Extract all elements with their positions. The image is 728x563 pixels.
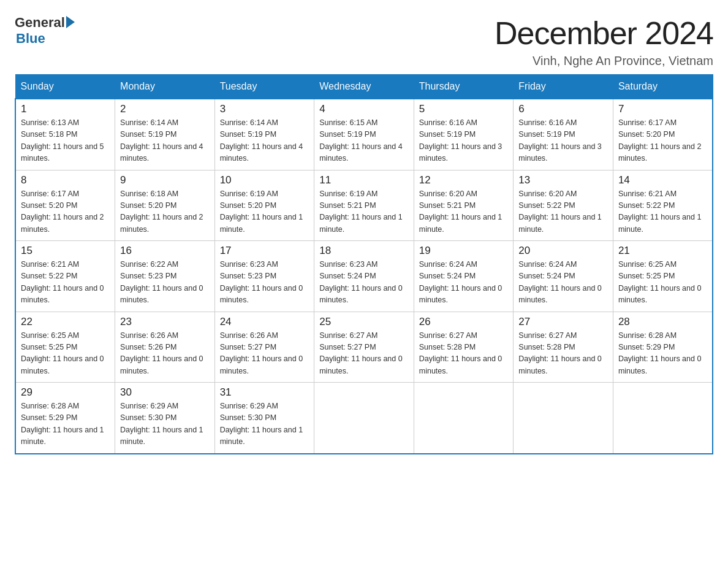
day-number: 8 [21, 174, 110, 186]
day-info: Sunrise: 6:23 AMSunset: 5:23 PMDaylight:… [220, 259, 309, 307]
day-number: 19 [419, 245, 509, 257]
calendar-day-cell: 4Sunrise: 6:15 AMSunset: 5:19 PMDaylight… [314, 99, 414, 170]
day-info: Sunrise: 6:28 AMSunset: 5:29 PMDaylight:… [21, 400, 110, 448]
day-info: Sunrise: 6:24 AMSunset: 5:24 PMDaylight:… [518, 259, 608, 307]
day-number: 7 [618, 103, 707, 115]
day-info: Sunrise: 6:13 AMSunset: 5:18 PMDaylight:… [21, 117, 110, 165]
calendar-day-cell: 30Sunrise: 6:29 AMSunset: 5:30 PMDayligh… [115, 383, 215, 454]
day-info: Sunrise: 6:29 AMSunset: 5:30 PMDaylight:… [120, 400, 210, 448]
weekday-header-sunday: Sunday [15, 75, 115, 99]
calendar-day-cell: 3Sunrise: 6:14 AMSunset: 5:19 PMDaylight… [214, 99, 314, 170]
day-info: Sunrise: 6:19 AMSunset: 5:20 PMDaylight:… [220, 188, 309, 236]
calendar-day-cell: 20Sunrise: 6:24 AMSunset: 5:24 PMDayligh… [514, 241, 613, 312]
day-info: Sunrise: 6:20 AMSunset: 5:22 PMDaylight:… [518, 188, 608, 236]
day-info: Sunrise: 6:21 AMSunset: 5:22 PMDaylight:… [21, 259, 110, 307]
day-number: 3 [220, 103, 309, 115]
calendar-day-cell: 5Sunrise: 6:16 AMSunset: 5:19 PMDaylight… [414, 99, 514, 170]
calendar-day-cell: 28Sunrise: 6:28 AMSunset: 5:29 PMDayligh… [613, 312, 713, 383]
title-block: December 2024 Vinh, Nghe An Province, Vi… [495, 15, 713, 68]
day-number: 21 [618, 245, 707, 257]
weekday-header-thursday: Thursday [414, 75, 514, 99]
calendar-day-cell: 29Sunrise: 6:28 AMSunset: 5:29 PMDayligh… [15, 383, 115, 454]
calendar-week-row: 8Sunrise: 6:17 AMSunset: 5:20 PMDaylight… [15, 170, 713, 241]
calendar-day-cell: 19Sunrise: 6:24 AMSunset: 5:24 PMDayligh… [414, 241, 514, 312]
day-number: 14 [618, 174, 707, 186]
logo-triangle-icon [66, 16, 75, 28]
day-number: 6 [518, 103, 608, 115]
day-number: 4 [319, 103, 409, 115]
calendar-week-row: 29Sunrise: 6:28 AMSunset: 5:29 PMDayligh… [15, 383, 713, 454]
day-info: Sunrise: 6:18 AMSunset: 5:20 PMDaylight:… [120, 188, 210, 236]
day-number: 11 [319, 174, 409, 186]
day-info: Sunrise: 6:23 AMSunset: 5:24 PMDaylight:… [319, 259, 409, 307]
logo: General Blue [15, 15, 75, 47]
calendar-day-cell: 18Sunrise: 6:23 AMSunset: 5:24 PMDayligh… [314, 241, 414, 312]
calendar-day-cell: 23Sunrise: 6:26 AMSunset: 5:26 PMDayligh… [115, 312, 215, 383]
calendar-day-cell: 16Sunrise: 6:22 AMSunset: 5:23 PMDayligh… [115, 241, 215, 312]
calendar-day-cell: 7Sunrise: 6:17 AMSunset: 5:20 PMDaylight… [613, 99, 713, 170]
day-info: Sunrise: 6:17 AMSunset: 5:20 PMDaylight:… [21, 188, 110, 236]
day-number: 17 [220, 245, 309, 257]
day-info: Sunrise: 6:14 AMSunset: 5:19 PMDaylight:… [220, 117, 309, 165]
day-number: 16 [120, 245, 210, 257]
calendar-day-cell: 11Sunrise: 6:19 AMSunset: 5:21 PMDayligh… [314, 170, 414, 241]
day-info: Sunrise: 6:25 AMSunset: 5:25 PMDaylight:… [21, 330, 110, 378]
calendar-week-row: 15Sunrise: 6:21 AMSunset: 5:22 PMDayligh… [15, 241, 713, 312]
calendar-title: December 2024 [495, 15, 713, 52]
calendar-day-cell: 15Sunrise: 6:21 AMSunset: 5:22 PMDayligh… [15, 241, 115, 312]
day-number: 27 [518, 316, 608, 328]
calendar-table: SundayMondayTuesdayWednesdayThursdayFrid… [15, 74, 713, 454]
day-info: Sunrise: 6:21 AMSunset: 5:22 PMDaylight:… [618, 188, 707, 236]
calendar-day-cell [514, 383, 613, 454]
calendar-subtitle: Vinh, Nghe An Province, Vietnam [495, 54, 713, 68]
day-info: Sunrise: 6:26 AMSunset: 5:26 PMDaylight:… [120, 330, 210, 378]
day-number: 10 [220, 174, 309, 186]
day-number: 12 [419, 174, 509, 186]
calendar-week-row: 22Sunrise: 6:25 AMSunset: 5:25 PMDayligh… [15, 312, 713, 383]
weekday-header-tuesday: Tuesday [214, 75, 314, 99]
day-number: 31 [220, 386, 309, 399]
day-info: Sunrise: 6:27 AMSunset: 5:28 PMDaylight:… [518, 330, 608, 378]
day-info: Sunrise: 6:17 AMSunset: 5:20 PMDaylight:… [618, 117, 707, 165]
day-number: 23 [120, 316, 210, 328]
day-info: Sunrise: 6:28 AMSunset: 5:29 PMDaylight:… [618, 330, 707, 378]
day-info: Sunrise: 6:16 AMSunset: 5:19 PMDaylight:… [419, 117, 509, 165]
calendar-day-cell: 24Sunrise: 6:26 AMSunset: 5:27 PMDayligh… [214, 312, 314, 383]
day-number: 25 [319, 316, 409, 328]
calendar-day-cell: 9Sunrise: 6:18 AMSunset: 5:20 PMDaylight… [115, 170, 215, 241]
calendar-day-cell: 6Sunrise: 6:16 AMSunset: 5:19 PMDaylight… [514, 99, 613, 170]
day-number: 28 [618, 316, 707, 328]
calendar-day-cell: 12Sunrise: 6:20 AMSunset: 5:21 PMDayligh… [414, 170, 514, 241]
day-number: 20 [518, 245, 608, 257]
day-info: Sunrise: 6:26 AMSunset: 5:27 PMDaylight:… [220, 330, 309, 378]
calendar-day-cell: 8Sunrise: 6:17 AMSunset: 5:20 PMDaylight… [15, 170, 115, 241]
day-number: 22 [21, 316, 110, 328]
logo-blue-text: Blue [16, 31, 45, 47]
day-info: Sunrise: 6:19 AMSunset: 5:21 PMDaylight:… [319, 188, 409, 236]
day-info: Sunrise: 6:27 AMSunset: 5:28 PMDaylight:… [419, 330, 509, 378]
calendar-day-cell [314, 383, 414, 454]
weekday-header-wednesday: Wednesday [314, 75, 414, 99]
weekday-header-friday: Friday [514, 75, 613, 99]
day-info: Sunrise: 6:14 AMSunset: 5:19 PMDaylight:… [120, 117, 210, 165]
day-number: 13 [518, 174, 608, 186]
calendar-day-cell [613, 383, 713, 454]
day-number: 24 [220, 316, 309, 328]
day-info: Sunrise: 6:24 AMSunset: 5:24 PMDaylight:… [419, 259, 509, 307]
calendar-day-cell: 2Sunrise: 6:14 AMSunset: 5:19 PMDaylight… [115, 99, 215, 170]
calendar-day-cell [414, 383, 514, 454]
calendar-day-cell: 22Sunrise: 6:25 AMSunset: 5:25 PMDayligh… [15, 312, 115, 383]
day-info: Sunrise: 6:15 AMSunset: 5:19 PMDaylight:… [319, 117, 409, 165]
page-header: General Blue December 2024 Vinh, Nghe An… [15, 15, 713, 68]
day-info: Sunrise: 6:20 AMSunset: 5:21 PMDaylight:… [419, 188, 509, 236]
day-number: 29 [21, 386, 110, 399]
day-number: 5 [419, 103, 509, 115]
calendar-day-cell: 13Sunrise: 6:20 AMSunset: 5:22 PMDayligh… [514, 170, 613, 241]
calendar-day-cell: 1Sunrise: 6:13 AMSunset: 5:18 PMDaylight… [15, 99, 115, 170]
day-info: Sunrise: 6:25 AMSunset: 5:25 PMDaylight:… [618, 259, 707, 307]
weekday-header-saturday: Saturday [613, 75, 713, 99]
calendar-day-cell: 14Sunrise: 6:21 AMSunset: 5:22 PMDayligh… [613, 170, 713, 241]
day-info: Sunrise: 6:22 AMSunset: 5:23 PMDaylight:… [120, 259, 210, 307]
day-info: Sunrise: 6:27 AMSunset: 5:27 PMDaylight:… [319, 330, 409, 378]
day-number: 26 [419, 316, 509, 328]
